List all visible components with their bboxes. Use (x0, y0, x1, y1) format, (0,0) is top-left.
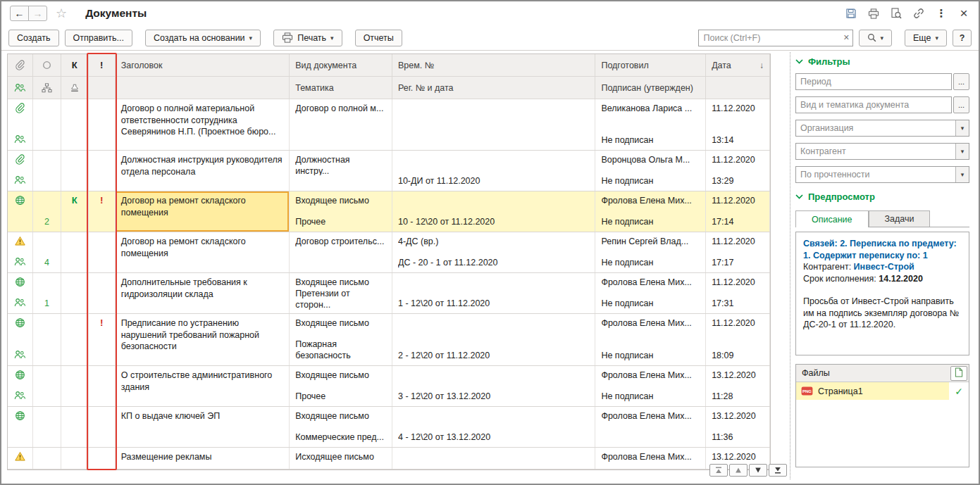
filters-section-header[interactable]: Фильтры (795, 56, 969, 67)
control-mark-cell[interactable] (61, 407, 89, 447)
date-cell[interactable]: 11.12.202017:14 (706, 191, 770, 232)
scroll-top-button[interactable] (709, 464, 728, 477)
date-cell[interactable]: 11.12.202013:29 (706, 151, 770, 191)
read-status-input[interactable] (795, 166, 969, 183)
number-cell[interactable]: 4 - 12\20 от 13.12.2020 (392, 407, 595, 447)
counterparty-input[interactable] (795, 143, 969, 160)
doc-type-cell[interactable]: Должностная инстру... (290, 151, 392, 191)
doc-type-cell[interactable]: Входящее письмоПретензии от сторон... (290, 273, 392, 313)
control-mark-cell[interactable] (61, 314, 89, 365)
task-count-cell[interactable]: 2 (33, 191, 61, 232)
date-cell[interactable]: 13.12.202011:36 (706, 407, 770, 447)
read-status-dropdown-button[interactable]: ▾ (955, 167, 969, 182)
file-item[interactable]: PNG Страница1 ✓ (796, 382, 969, 400)
attachments-cell[interactable] (8, 366, 33, 406)
doc-type-cell[interactable]: Входящее письмоПожарная безопасность (290, 314, 392, 365)
save-icon[interactable] (845, 7, 857, 20)
title-cell[interactable]: О строительстве административного здания (116, 366, 290, 406)
attachment-column-header[interactable] (8, 54, 33, 76)
attachments-cell[interactable] (8, 99, 33, 150)
number-cell[interactable]: 3 - 12\20 от 13.12.2020 (392, 366, 595, 406)
close-icon[interactable]: × (957, 7, 970, 20)
task-count-cell[interactable] (33, 407, 61, 447)
author-cell[interactable]: Великанова Лариса ...Не подписан (595, 99, 706, 150)
author-cell[interactable]: Фролова Елена Мих... (595, 407, 706, 447)
date-cell[interactable]: 11.12.202013:14 (706, 99, 770, 150)
attachments-cell[interactable] (8, 191, 33, 232)
file-name-area[interactable]: PNG Страница1 (796, 382, 949, 400)
control-mark-cell[interactable] (61, 232, 89, 272)
scroll-bottom-button[interactable] (769, 464, 787, 477)
author-cell[interactable]: Репин Сергей Влад...Не подписан (595, 232, 706, 272)
doc-type-cell[interactable]: Входящее письмоПрочее (290, 366, 392, 406)
importance-cell[interactable] (89, 366, 116, 406)
search-options-button[interactable]: ▾ (859, 30, 893, 46)
author-column-header[interactable]: Подготовил (595, 54, 706, 76)
counterparty-link[interactable]: Инвест-Строй (854, 262, 914, 272)
number-cell[interactable]: 1 - 12\20 от 11.12.2020 (392, 273, 595, 313)
print-icon[interactable] (867, 7, 880, 20)
control-mark-cell[interactable] (61, 366, 89, 406)
favorite-star-icon[interactable]: ☆ (56, 6, 67, 21)
number-cell[interactable]: 2 - 12\20 от 11.12.2020 (392, 314, 595, 365)
number-cell[interactable]: 4-ДС (вр.)ДС - 20 - 1 от 11.12.2020 (392, 232, 595, 272)
doc-type-cell[interactable]: Входящее письмоПрочее (290, 191, 392, 232)
number-cell[interactable] (392, 99, 595, 150)
title-cell[interactable]: Договор на ремонт складского помещения (116, 191, 290, 232)
print-menu-button[interactable]: Печать▾ (273, 30, 342, 46)
task-count-cell[interactable] (33, 151, 61, 191)
signed-column-header[interactable]: Подписан (утвержден) (595, 77, 706, 99)
importance-cell[interactable] (89, 232, 116, 272)
link-icon[interactable] (912, 7, 925, 20)
task-count-cell[interactable] (33, 448, 61, 469)
date-cell[interactable]: 13.12.202011:28 (706, 366, 770, 406)
title-cell[interactable]: Должностная инструкция руководителя отде… (116, 151, 290, 191)
scroll-down-button[interactable] (749, 464, 767, 477)
reg-number-column-header[interactable]: Рег. № и дата (392, 77, 595, 99)
author-cell[interactable]: Фролова Елена Мих...Не подписан (595, 273, 706, 313)
period-select-button[interactable]: ... (953, 73, 969, 90)
task-count-cell[interactable] (33, 99, 61, 150)
date-cell[interactable]: 11.12.202018:09 (706, 314, 770, 365)
importance-column-header[interactable]: ! (89, 54, 116, 76)
attachments-cell[interactable] (8, 314, 33, 365)
people-column-header[interactable] (8, 77, 33, 99)
importance-cell[interactable] (89, 273, 116, 313)
attachments-cell[interactable] (8, 232, 33, 272)
table-row[interactable]: 2К!Договор на ремонт складского помещени… (8, 191, 770, 232)
importance-cell[interactable] (89, 448, 116, 469)
date-cell[interactable]: 11.12.202017:31 (706, 273, 770, 313)
author-cell[interactable]: Воронцова Ольга М...Не подписан (595, 151, 706, 191)
doc-type-input[interactable] (795, 96, 952, 113)
tab-tasks[interactable]: Задачи (869, 210, 931, 227)
theme-column-header[interactable]: Тематика (290, 77, 392, 99)
table-row[interactable]: !Предписание по устранению нарушений тре… (8, 314, 770, 366)
title-cell[interactable]: Договор на ремонт складского помещения (116, 232, 290, 272)
hierarchy-column-header[interactable] (33, 77, 61, 99)
task-count-cell[interactable]: 1 (33, 273, 61, 313)
title-cell[interactable]: Договор о полной материальной ответствен… (116, 99, 290, 150)
table-row[interactable]: 4Договор на ремонт складского помещенияД… (8, 232, 770, 273)
importance-cell[interactable] (89, 407, 116, 447)
doc-type-cell[interactable]: Входящее письмоКоммерческие пред... (290, 407, 392, 447)
control-mark-cell[interactable] (61, 448, 89, 469)
tab-description[interactable]: Описание (795, 210, 869, 227)
table-row[interactable]: О строительстве административного здания… (8, 366, 770, 407)
panel-splitter[interactable] (790, 52, 790, 479)
back-button[interactable]: ← (10, 6, 29, 21)
doc-type-cell[interactable]: Договор строительс... (290, 232, 392, 272)
search-input[interactable] (698, 30, 853, 46)
title-column-header[interactable]: Заголовок (116, 54, 290, 76)
create-based-on-button[interactable]: Создать на основании▾ (145, 30, 261, 46)
title-cell[interactable]: КП о выдаче ключей ЭП (116, 407, 290, 447)
table-row[interactable]: Договор о полной материальной ответствен… (8, 99, 770, 151)
task-count-cell[interactable] (33, 366, 61, 406)
control-column-header[interactable]: К (61, 54, 89, 76)
send-button[interactable]: Отправить... (65, 30, 132, 46)
doc-type-cell[interactable]: Исходящее письмо (290, 448, 392, 469)
task-count-cell[interactable]: 4 (33, 232, 61, 272)
date-column-header[interactable]: Дата↓ (706, 54, 770, 76)
attachments-cell[interactable] (8, 151, 33, 191)
importance-cell[interactable] (89, 99, 116, 150)
importance-cell[interactable]: ! (89, 314, 116, 365)
